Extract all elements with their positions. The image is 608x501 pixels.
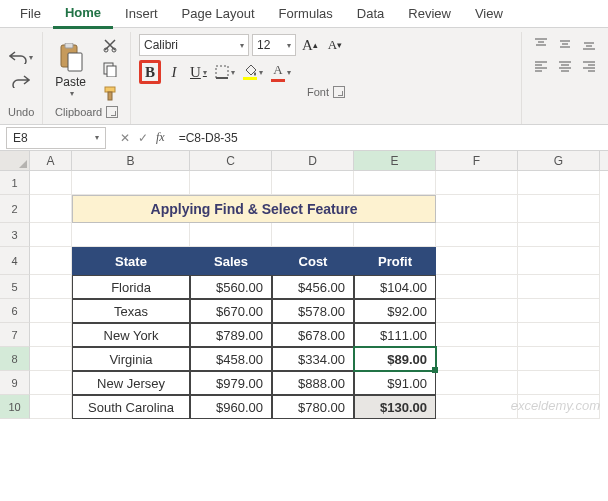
selected-cell[interactable]: $130.00 <box>354 395 436 419</box>
table-cell[interactable]: New York <box>72 323 190 347</box>
table-cell[interactable]: Florida <box>72 275 190 299</box>
row-header[interactable]: 2 <box>0 195 30 223</box>
cut-button[interactable] <box>98 34 122 56</box>
tab-formulas[interactable]: Formulas <box>267 0 345 27</box>
col-header-f[interactable]: F <box>436 151 518 170</box>
cancel-formula-button[interactable]: ✕ <box>120 131 130 145</box>
table-cell[interactable]: $91.00 <box>354 371 436 395</box>
table-cell[interactable]: $92.00 <box>354 299 436 323</box>
cell[interactable] <box>72 171 190 195</box>
format-painter-button[interactable] <box>98 82 122 104</box>
grow-font-button[interactable]: A▴ <box>299 34 321 56</box>
font-launcher[interactable] <box>333 86 345 98</box>
table-cell[interactable]: $670.00 <box>190 299 272 323</box>
font-color-button[interactable]: A ▾ <box>268 60 294 84</box>
cell[interactable] <box>30 171 72 195</box>
table-cell[interactable]: New Jersey <box>72 371 190 395</box>
align-right-button[interactable] <box>578 56 600 76</box>
fx-icon[interactable]: fx <box>156 130 165 145</box>
cell[interactable] <box>30 323 72 347</box>
cell[interactable] <box>436 395 518 419</box>
align-top-button[interactable] <box>530 34 552 54</box>
table-cell[interactable]: South Carolina <box>72 395 190 419</box>
tab-data[interactable]: Data <box>345 0 396 27</box>
row-header[interactable]: 1 <box>0 171 30 195</box>
row-header[interactable]: 3 <box>0 223 30 247</box>
cell[interactable] <box>354 171 436 195</box>
cell[interactable] <box>518 275 600 299</box>
row-header[interactable]: 4 <box>0 247 30 275</box>
col-header-e[interactable]: E <box>354 151 436 170</box>
table-cell[interactable]: $678.00 <box>272 323 354 347</box>
paste-button[interactable]: Paste ▾ <box>51 39 90 100</box>
formula-input[interactable]: =C8-D8-35 <box>173 131 608 145</box>
align-middle-button[interactable] <box>554 34 576 54</box>
col-header-a[interactable]: A <box>30 151 72 170</box>
header-state[interactable]: State <box>72 247 190 275</box>
col-header-c[interactable]: C <box>190 151 272 170</box>
cell[interactable] <box>436 371 518 395</box>
cell[interactable] <box>518 299 600 323</box>
cell[interactable] <box>518 171 600 195</box>
cell[interactable] <box>436 275 518 299</box>
header-profit[interactable]: Profit <box>354 247 436 275</box>
header-sales[interactable]: Sales <box>190 247 272 275</box>
cell[interactable] <box>190 223 272 247</box>
table-cell[interactable]: $104.00 <box>354 275 436 299</box>
header-cost[interactable]: Cost <box>272 247 354 275</box>
cell[interactable] <box>72 223 190 247</box>
cell[interactable] <box>436 171 518 195</box>
table-cell[interactable]: $458.00 <box>190 347 272 371</box>
cell[interactable] <box>30 223 72 247</box>
col-header-g[interactable]: G <box>518 151 600 170</box>
cell[interactable] <box>30 195 72 223</box>
col-header-b[interactable]: B <box>72 151 190 170</box>
cell[interactable] <box>436 299 518 323</box>
table-cell[interactable]: Texas <box>72 299 190 323</box>
cell[interactable] <box>436 323 518 347</box>
borders-button[interactable]: ▾ <box>212 60 238 84</box>
name-box[interactable]: E8 ▾ <box>6 127 106 149</box>
cell[interactable] <box>518 347 600 371</box>
row-header[interactable]: 6 <box>0 299 30 323</box>
tab-insert[interactable]: Insert <box>113 0 170 27</box>
italic-button[interactable]: I <box>163 60 185 84</box>
cell[interactable] <box>190 171 272 195</box>
cell[interactable] <box>30 275 72 299</box>
cell[interactable] <box>436 347 518 371</box>
cell[interactable] <box>354 223 436 247</box>
cell[interactable] <box>518 323 600 347</box>
table-cell[interactable]: Virginia <box>72 347 190 371</box>
shrink-font-button[interactable]: A▾ <box>324 34 346 56</box>
col-header-d[interactable]: D <box>272 151 354 170</box>
cell[interactable] <box>436 247 518 275</box>
cell[interactable] <box>30 395 72 419</box>
redo-button[interactable] <box>9 70 33 92</box>
undo-button[interactable]: ▾ <box>9 46 33 68</box>
align-left-button[interactable] <box>530 56 552 76</box>
row-header[interactable]: 9 <box>0 371 30 395</box>
table-cell[interactable]: $578.00 <box>272 299 354 323</box>
row-header[interactable]: 10 <box>0 395 30 419</box>
table-title[interactable]: Applying Find & Select Feature <box>72 195 436 223</box>
cell[interactable] <box>30 299 72 323</box>
table-cell[interactable]: $456.00 <box>272 275 354 299</box>
accept-formula-button[interactable]: ✓ <box>138 131 148 145</box>
clipboard-launcher[interactable] <box>106 106 118 118</box>
cell[interactable] <box>436 195 518 223</box>
table-cell[interactable]: $780.00 <box>272 395 354 419</box>
copy-button[interactable] <box>98 58 122 80</box>
underline-button[interactable]: U▾ <box>187 60 210 84</box>
cell[interactable] <box>30 347 72 371</box>
cell[interactable] <box>518 223 600 247</box>
chevron-down-icon[interactable]: ▾ <box>70 89 74 98</box>
row-header[interactable]: 5 <box>0 275 30 299</box>
row-header[interactable]: 8 <box>0 347 30 371</box>
cell[interactable] <box>272 223 354 247</box>
tab-review[interactable]: Review <box>396 0 463 27</box>
tab-home[interactable]: Home <box>53 0 113 29</box>
table-cell[interactable]: $334.00 <box>272 347 354 371</box>
table-cell[interactable]: $789.00 <box>190 323 272 347</box>
bold-button[interactable]: B <box>139 60 161 84</box>
table-cell[interactable]: $560.00 <box>190 275 272 299</box>
